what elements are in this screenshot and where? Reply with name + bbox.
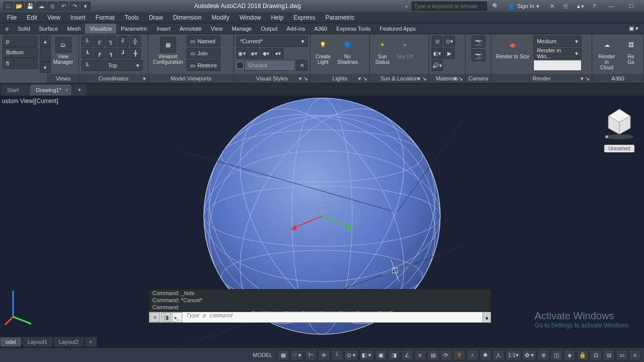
cart-icon[interactable]: 🛒 xyxy=(560,2,572,11)
rtab-mesh[interactable]: Mesh xyxy=(63,24,86,34)
status-hw-icon[interactable]: ⊡ xyxy=(590,349,602,360)
rtab-surface[interactable]: Surface xyxy=(35,24,63,34)
exchange-icon[interactable]: ✕ xyxy=(546,2,557,11)
status-polar-icon[interactable]: ⊙ ▾ xyxy=(344,349,358,360)
ucs-icon-9[interactable]: ┛ xyxy=(118,48,129,59)
cmd-close-icon[interactable]: ✕ xyxy=(150,312,160,322)
cmd-recent-icon[interactable]: ◨ xyxy=(161,312,171,322)
rtab-parametric[interactable]: Parametric xyxy=(116,24,152,34)
menu-edit[interactable]: Edit xyxy=(22,13,42,23)
rtab-featured[interactable]: Featured Apps xyxy=(375,24,421,34)
status-custom-icon[interactable]: ≡ xyxy=(629,349,641,360)
status-annmon-icon[interactable]: ⊕ xyxy=(537,349,549,360)
layout-1[interactable]: Layout1 xyxy=(22,337,53,347)
qat-save-icon[interactable]: 💾 xyxy=(25,2,35,11)
ucs-icon-10[interactable]: ╋ xyxy=(130,48,141,59)
status-cycle-icon[interactable]: ⟳ xyxy=(440,349,452,360)
qat-dropdown-icon[interactable]: ▾ xyxy=(80,2,91,11)
menu-draw[interactable]: Draw xyxy=(144,13,168,23)
nview-left[interactable]: ft xyxy=(3,58,38,69)
qat-plot-icon[interactable]: ⎙ xyxy=(47,2,57,11)
status-model[interactable]: MODEL xyxy=(249,349,276,360)
render-gallery-button[interactable]: 🖼 Re Ga xyxy=(621,36,641,66)
nview-bottom[interactable]: Bottom xyxy=(3,47,38,58)
status-snap-icon[interactable]: ∷ ▾ xyxy=(290,349,303,360)
vs-x-icon[interactable]: ✕ xyxy=(296,60,307,71)
view-label[interactable]: ustom View][Current] xyxy=(2,98,58,105)
ucs-icon-2[interactable]: ╔ xyxy=(94,36,105,47)
layout-add-button[interactable]: + xyxy=(85,337,97,347)
cmd-up-icon[interactable]: ▴ xyxy=(482,312,491,322)
ucs-icon-1[interactable]: ╚ xyxy=(82,36,93,47)
status-wheel-icon[interactable]: ⚲ xyxy=(453,349,465,360)
status-ortho-icon[interactable]: └ xyxy=(331,349,343,360)
menu-insert[interactable]: Insert xyxy=(65,13,91,23)
vs-check[interactable] xyxy=(236,62,244,69)
rtab-output[interactable]: Output xyxy=(256,24,282,34)
vs-icon-4[interactable]: ●▾ xyxy=(273,48,284,59)
ucs-icon-4[interactable]: ╝ xyxy=(118,36,129,47)
search-icon[interactable]: 🔍 xyxy=(490,2,501,11)
view-manager-button[interactable]: 🗂 View Manager xyxy=(51,36,75,66)
status-lwt-icon[interactable]: ≡ xyxy=(414,349,426,360)
help-icon[interactable]: ? xyxy=(589,2,600,11)
menu-dimension[interactable]: Dimension xyxy=(168,13,207,23)
create-light-button[interactable]: 💡 Create Light xyxy=(313,36,333,66)
status-iso2-icon[interactable]: ⊟ xyxy=(603,349,615,360)
command-history[interactable]: Command: _hide Command: *Cancel* Command… xyxy=(149,289,491,311)
close-icon[interactable]: × xyxy=(65,87,68,93)
camera-icon[interactable]: 📷 xyxy=(471,36,486,48)
rtab-manage[interactable]: Manage xyxy=(227,24,257,34)
status-infer-icon[interactable]: ⊢ xyxy=(305,349,317,360)
layout-2[interactable]: Layout2 xyxy=(53,337,84,347)
ucs-icon-3[interactable]: ╗ xyxy=(106,36,117,47)
vs-icon-3[interactable]: ◆▾ xyxy=(261,48,272,59)
rtab-solid[interactable]: Solid xyxy=(13,24,34,34)
camera-show-icon[interactable]: 📷 xyxy=(471,49,486,61)
menu-view[interactable]: View xyxy=(42,13,65,23)
nview-item[interactable]: p xyxy=(3,36,38,47)
mat-icon-5[interactable]: 🔊▾ xyxy=(432,60,443,71)
vs-icon-1[interactable]: ◉▾ xyxy=(236,48,248,59)
rtab-a360[interactable]: A360 xyxy=(310,24,332,34)
minimize-button[interactable]: — xyxy=(603,2,620,11)
status-dyn-icon[interactable]: ✛ xyxy=(318,349,330,360)
status-ann-icon[interactable]: ⋏ xyxy=(466,349,478,360)
sun-status-button[interactable]: ☀ Sun Status xyxy=(372,36,392,66)
rtab-visualize[interactable]: Visualize xyxy=(85,24,116,34)
viewcube-ucs-label[interactable]: Unnamed xyxy=(604,145,634,152)
sign-in-button[interactable]: 👤 Sign In ▾ xyxy=(504,3,543,10)
visualstyle-combo[interactable]: *Current*▾ xyxy=(236,36,308,47)
mat-icon-1[interactable]: ⊘ xyxy=(432,36,443,47)
no-shadows-button[interactable]: 🔵 No Shadows xyxy=(335,36,360,66)
render-dest-combo[interactable]: Render in Win...▾ xyxy=(533,48,582,59)
restore-button[interactable]: ▭Restore xyxy=(187,60,220,71)
qat-new-icon[interactable]: □ xyxy=(3,2,13,11)
viewport[interactable]: ustom View][Current] xyxy=(0,96,644,348)
filetab-new-button[interactable]: + xyxy=(72,84,87,96)
status-qp-icon[interactable]: ◈ xyxy=(564,349,576,360)
render-cloud-button[interactable]: ☁ Render in Cloud xyxy=(595,36,619,71)
status-3dosnap-icon[interactable]: ◨ xyxy=(388,349,400,360)
status-scale[interactable]: 1:1 ▾ xyxy=(506,349,521,360)
ucs-combo[interactable]: ╚Top▾ xyxy=(82,60,143,71)
status-grid-icon[interactable]: ▦ xyxy=(277,349,289,360)
mat-icon-4[interactable]: ▶ xyxy=(444,48,455,59)
rtab-prev[interactable]: e xyxy=(1,24,13,34)
qat-open-icon[interactable]: 📂 xyxy=(14,2,24,11)
vs-shaded-combo[interactable]: Shaded xyxy=(245,60,295,71)
status-clean-icon[interactable]: ▭ xyxy=(616,349,628,360)
status-annscale-icon[interactable]: 人 xyxy=(493,349,505,360)
status-trans-icon[interactable]: ▤ xyxy=(427,349,439,360)
viewcube-base-icon[interactable] xyxy=(604,134,635,140)
rtab-addins[interactable]: Add-ins xyxy=(282,24,309,34)
mat-icon-2[interactable]: ⊙▾ xyxy=(444,36,455,47)
named-button[interactable]: ▭Named xyxy=(187,36,220,47)
vs-icon-2[interactable]: ◈▾ xyxy=(249,48,260,59)
filetab-start[interactable]: Start xyxy=(1,84,29,96)
viewport-config-button[interactable]: ▦ Viewport Configuration xyxy=(151,36,185,66)
sky-off-button[interactable]: ● Sky Off xyxy=(394,36,415,60)
menu-parametric[interactable]: Parametric xyxy=(320,13,360,23)
ucs-icon-8[interactable]: ┓ xyxy=(106,48,117,59)
rtab-view[interactable]: View xyxy=(206,24,227,34)
